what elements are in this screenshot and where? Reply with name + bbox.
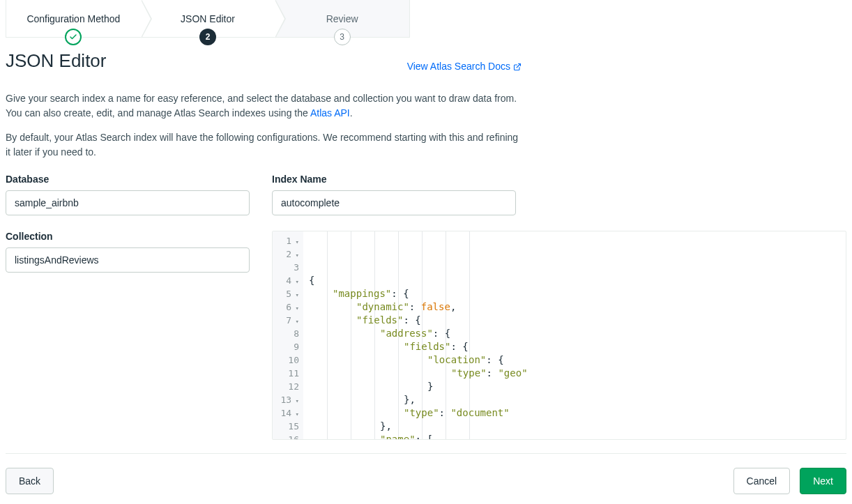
view-docs-link[interactable]: View Atlas Search Docs	[407, 61, 522, 72]
step-label: Configuration Method	[26, 13, 120, 24]
step-review[interactable]: Review 3	[275, 0, 409, 37]
editor-line[interactable]: "location": {	[306, 353, 846, 367]
editor-line[interactable]: "type": "document"	[306, 406, 846, 420]
wizard-footer: Back Cancel Next	[6, 453, 846, 504]
index-name-label: Index Name	[272, 174, 516, 185]
description-text: By default, your Atlas Search index will…	[6, 130, 522, 160]
description-block: Give your search index a name for easy r…	[6, 91, 846, 160]
editor-line[interactable]: "name": [	[306, 433, 846, 440]
editor-line[interactable]: }	[306, 380, 846, 393]
editor-line[interactable]: "address": {	[306, 327, 846, 340]
editor-gutter: 12345678910111213141516	[273, 231, 303, 439]
step-number-badge: 3	[334, 29, 351, 45]
step-configuration-method[interactable]: Configuration Method	[6, 0, 141, 37]
editor-line[interactable]: },	[306, 393, 846, 406]
editor-line[interactable]: "fields": {	[306, 340, 846, 353]
collection-input[interactable]	[6, 247, 250, 273]
description-text: Give your search index a name for easy r…	[6, 93, 517, 119]
index-name-input[interactable]	[272, 190, 516, 215]
external-link-icon	[513, 62, 522, 70]
atlas-api-link[interactable]: Atlas API	[310, 107, 350, 119]
editor-line[interactable]: "mappings": {	[306, 287, 846, 300]
collection-label: Collection	[6, 231, 250, 242]
editor-code-area[interactable]: {"mappings": {"dynamic": false,"fields":…	[303, 231, 846, 439]
checkmark-icon	[65, 29, 82, 45]
next-button[interactable]: Next	[800, 468, 846, 494]
step-json-editor[interactable]: JSON Editor 2	[141, 0, 275, 37]
editor-line[interactable]: "dynamic": false,	[306, 300, 846, 314]
page-title: JSON Editor	[6, 50, 107, 72]
editor-line[interactable]: "fields": {	[306, 314, 846, 327]
description-text: .	[350, 107, 353, 119]
docs-link-label: View Atlas Search Docs	[407, 61, 510, 72]
editor-line[interactable]: },	[306, 420, 846, 433]
cancel-button[interactable]: Cancel	[733, 468, 791, 494]
database-label: Database	[6, 174, 250, 185]
step-label: JSON Editor	[181, 13, 235, 24]
editor-line[interactable]: {	[306, 274, 846, 287]
database-input[interactable]	[6, 190, 250, 215]
svg-line-0	[517, 64, 521, 68]
wizard-stepper: Configuration Method JSON Editor 2 Revie…	[6, 0, 410, 38]
step-number-badge: 2	[199, 29, 216, 45]
back-button[interactable]: Back	[6, 468, 54, 494]
step-label: Review	[326, 13, 358, 24]
editor-line[interactable]: "type": "geo"	[306, 367, 846, 380]
json-editor[interactable]: 12345678910111213141516 {"mappings": {"d…	[272, 231, 846, 440]
